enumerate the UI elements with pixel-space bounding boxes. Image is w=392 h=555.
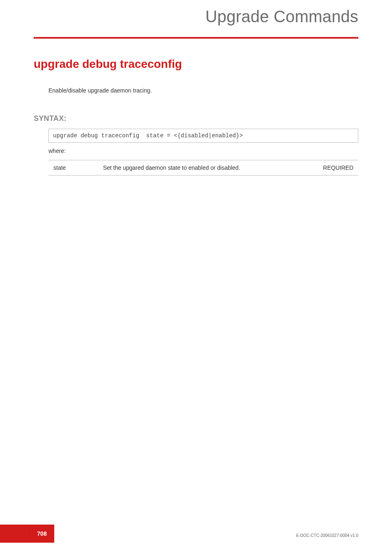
syntax-heading: SYNTAX: [34,114,358,123]
table-row: state Set the upgared daemon state to en… [48,160,358,176]
param-flag: REQUIRED [302,160,358,176]
where-label: where: [48,148,358,154]
syntax-command: upgrade debug traceconfig state = <{disa… [53,132,243,139]
page-header: Upgrade Commands [0,7,392,26]
param-name: state [48,160,98,176]
page: Upgrade Commands upgrade debug traceconf… [0,0,392,555]
page-number-tab: 708 [30,525,54,543]
page-footer: 708 E-DOC-CTC-20061027-0004 v1.0 [0,525,392,543]
page-number: 708 [37,530,46,537]
doc-code: E-DOC-CTC-20061027-0004 v1.0 [296,533,358,538]
content-area: upgrade debug traceconfig Enable/disable… [34,58,358,176]
syntax-command-box: upgrade debug traceconfig state = <{disa… [48,129,358,143]
param-table: state Set the upgared daemon state to en… [48,160,358,176]
section-title: upgrade debug traceconfig [34,58,358,71]
param-desc: Set the upgared daemon state to enabled … [98,160,303,176]
header-rule [34,37,358,39]
header-title: Upgrade Commands [205,7,358,25]
section-description: Enable/disable upgrade daemon tracing. [48,87,358,94]
